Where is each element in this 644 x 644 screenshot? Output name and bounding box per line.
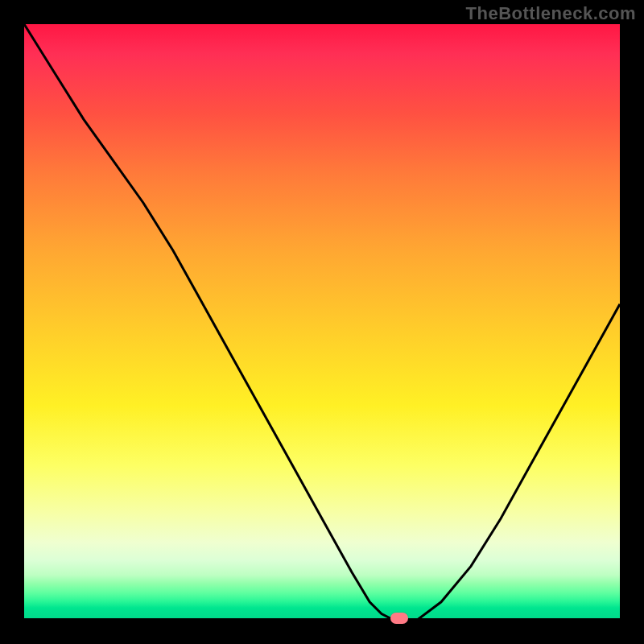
bottleneck-curve <box>24 24 620 620</box>
curve-path <box>24 24 620 620</box>
optimum-marker <box>390 613 408 624</box>
plot-area <box>24 24 620 620</box>
watermark-text: TheBottleneck.com <box>466 3 636 24</box>
chart-frame: TheBottleneck.com <box>0 0 644 644</box>
